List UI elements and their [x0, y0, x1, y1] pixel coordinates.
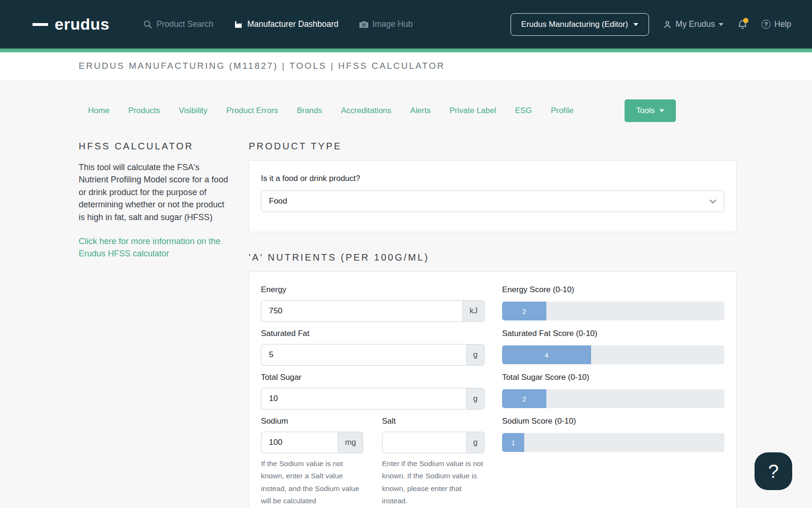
tab-alerts[interactable]: Alerts [401, 102, 440, 119]
breadcrumb: ERUDUS MANUFACTURING (M11827) | TOOLS | … [79, 61, 445, 71]
primary-nav: Product Search Manufacturer Dashboard Im… [143, 19, 413, 29]
total-sugar-score-fill: 2 [502, 389, 546, 408]
energy-row: Energy kJ Energy Score (0-10) 2 [261, 285, 724, 322]
notifications-button[interactable] [738, 19, 747, 30]
chevron-down-icon [659, 109, 664, 112]
product-type-question: Is it a food or drink product? [261, 174, 724, 183]
a-nutrients-card: Energy kJ Energy Score (0-10) 2 [249, 271, 737, 508]
sodium-salt-row: Sodium mg If the Sodium value is not kno… [261, 417, 724, 507]
help-menu[interactable]: ? Help [762, 19, 791, 29]
nav-manufacturer-dashboard[interactable]: Manufacturer Dashboard [234, 19, 339, 29]
search-icon [143, 20, 152, 29]
product-type-selected-value: Food [269, 197, 287, 206]
energy-score-bar: 2 [502, 302, 724, 320]
saturated-fat-score-bar: 4 [502, 345, 724, 364]
product-type-heading: PRODUCT TYPE [249, 141, 737, 152]
total-sugar-score-bar: 2 [502, 389, 724, 408]
tab-tools-dropdown[interactable]: Tools [625, 99, 676, 122]
breadcrumb-bar: ERUDUS MANUFACTURING (M11827) | TOOLS | … [0, 52, 812, 80]
salt-help-text: Enter if the Sodium value is not known. … [382, 458, 485, 507]
teal-accent-bar [0, 49, 812, 52]
energy-input[interactable] [261, 300, 463, 322]
product-type-select[interactable]: Food [261, 190, 724, 212]
top-navbar: erudus Product Search Manufacturer Dashb… [0, 0, 812, 49]
floating-help-button[interactable]: ? [755, 452, 792, 490]
sodium-label: Sodium [261, 417, 363, 426]
sodium-unit: mg [338, 432, 363, 453]
energy-label: Energy [261, 285, 485, 295]
organisation-selector[interactable]: Erudus Manufacturing (Editor) [511, 13, 650, 36]
user-icon [663, 20, 672, 29]
sodium-score-bar: 1 [502, 433, 724, 452]
sodium-help-text: If the Sodium value is not known, enter … [261, 458, 363, 507]
sodium-input[interactable] [261, 432, 338, 453]
total-sugar-row: Total Sugar g Total Sugar Score (0-10) 2 [261, 373, 724, 410]
product-type-card: Is it a food or drink product? Food [249, 160, 737, 232]
total-sugar-score-label: Total Sugar Score (0-10) [502, 373, 724, 382]
erudus-logo-icon [26, 14, 48, 35]
tab-brands[interactable]: Brands [287, 102, 332, 119]
tab-private-label[interactable]: Private Label [440, 102, 505, 119]
a-nutrients-heading: 'A' NUTRIENTS (PER 100G/ML) [249, 252, 737, 263]
select-chevron-icon [709, 199, 716, 204]
saturated-fat-unit: g [466, 344, 485, 366]
navbar-right: Erudus Manufacturing (Editor) My Erudus … [511, 13, 791, 36]
erudus-logo[interactable]: erudus [26, 14, 109, 35]
tab-home[interactable]: Home [79, 102, 119, 119]
sodium-score-fill: 1 [502, 433, 524, 452]
tab-profile[interactable]: Profile [541, 102, 583, 119]
saturated-fat-label: Saturated Fat [261, 329, 485, 338]
saturated-fat-score-fill: 4 [502, 345, 591, 364]
salt-input[interactable] [382, 432, 466, 453]
salt-unit: g [466, 432, 485, 453]
nav-image-hub[interactable]: Image Hub [359, 19, 413, 29]
brand-wordmark: erudus [55, 15, 109, 33]
sidebar-description: This tool will calculate the FSA's Nutri… [79, 161, 231, 223]
camera-icon [359, 21, 368, 28]
my-erudus-menu[interactable]: My Erudus [663, 19, 723, 29]
hfss-main: PRODUCT TYPE Is it a food or drink produ… [249, 141, 737, 508]
energy-score-fill: 2 [502, 302, 546, 320]
total-sugar-input[interactable] [261, 388, 466, 410]
tab-accreditations[interactable]: Accreditations [332, 102, 401, 119]
factory-icon [234, 20, 243, 28]
energy-score-label: Energy Score (0-10) [502, 285, 724, 295]
salt-label: Salt [382, 417, 485, 426]
dashboard-tabs: Home Products Visibility Product Errors … [79, 99, 737, 122]
tab-visibility[interactable]: Visibility [169, 102, 217, 119]
energy-unit: kJ [463, 300, 485, 322]
saturated-fat-input[interactable] [261, 344, 466, 366]
saturated-fat-row: Saturated Fat g Saturated Fat Score (0-1… [261, 329, 724, 366]
total-sugar-label: Total Sugar [261, 373, 485, 382]
sodium-score-label: Sodium Score (0-10) [502, 417, 724, 426]
saturated-fat-score-label: Saturated Fat Score (0-10) [502, 329, 724, 338]
tab-products[interactable]: Products [119, 102, 169, 119]
question-circle-icon: ? [762, 20, 771, 29]
nav-product-search[interactable]: Product Search [143, 19, 213, 29]
tab-esg[interactable]: ESG [506, 102, 542, 119]
hfss-sidebar: HFSS CALCULATOR This tool will calculate… [79, 141, 231, 508]
chevron-down-icon [633, 23, 638, 26]
sidebar-heading: HFSS CALCULATOR [79, 141, 231, 152]
total-sugar-unit: g [466, 388, 485, 410]
hfss-info-link[interactable]: Click here for more information on the E… [79, 235, 231, 260]
tab-product-errors[interactable]: Product Errors [217, 102, 288, 119]
notification-dot [743, 18, 748, 23]
chevron-down-icon [719, 23, 723, 26]
